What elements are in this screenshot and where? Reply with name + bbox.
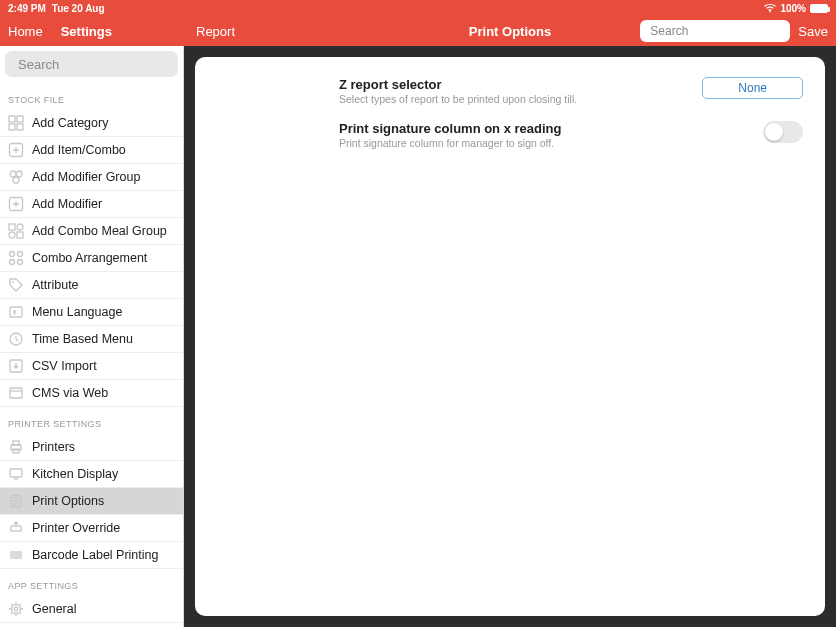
header-bar: Home Settings Report Print Options Save: [0, 16, 836, 46]
web-icon: [8, 385, 24, 401]
sidebar-item-print-options[interactable]: Print Options: [0, 488, 183, 515]
arrangement-icon: [8, 250, 24, 266]
sidebar-item-label: Barcode Label Printing: [32, 548, 158, 562]
header-search-input[interactable]: [650, 24, 800, 38]
setting-subtitle: Select types of report to be printed upo…: [339, 93, 633, 105]
sidebar-item-add-item-combo[interactable]: Add Item/Combo: [0, 137, 183, 164]
sidebar-item-label: Add Item/Combo: [32, 143, 126, 157]
clock-icon: [8, 331, 24, 347]
sidebar-item-label: Menu Language: [32, 305, 122, 319]
sidebar-item-label: CSV Import: [32, 359, 97, 373]
print-options-icon: [8, 493, 24, 509]
setting-row: Print signature column on x readingPrint…: [195, 115, 825, 159]
plus-box-icon: [8, 142, 24, 158]
battery-icon: [810, 4, 828, 13]
status-date: Tue 20 Aug: [52, 3, 105, 14]
sidebar: STOCK FILEAdd CategoryAdd Item/ComboAdd …: [0, 46, 184, 627]
barcode-icon: [8, 547, 24, 563]
combo-group-icon: [8, 223, 24, 239]
sidebar-item-label: Add Combo Meal Group: [32, 224, 167, 238]
sidebar-item-menu-language[interactable]: Menu Language: [0, 299, 183, 326]
sidebar-item-cms-via-web[interactable]: CMS via Web: [0, 380, 183, 407]
status-bar: 2:49 PM Tue 20 Aug 100%: [0, 0, 836, 16]
battery-percent: 100%: [780, 3, 806, 14]
gear-icon: [8, 601, 24, 617]
status-time: 2:49 PM: [8, 3, 46, 14]
modifier-group-icon: [8, 169, 24, 185]
sidebar-section-header: STOCK FILE: [0, 83, 183, 110]
sidebar-item-label: Kitchen Display: [32, 467, 118, 481]
settings-title: Settings: [61, 24, 112, 39]
sidebar-section-header: PRINTER SETTINGS: [0, 407, 183, 434]
sidebar-item-kitchen-display[interactable]: Kitchen Display: [0, 461, 183, 488]
tag-icon: [8, 277, 24, 293]
sidebar-item-label: Add Category: [32, 116, 108, 130]
sidebar-item-add-category[interactable]: Add Category: [0, 110, 183, 137]
signature-toggle[interactable]: [763, 121, 803, 143]
display-icon: [8, 466, 24, 482]
sidebar-item-label: Print Options: [32, 494, 104, 508]
page-title: Print Options: [469, 24, 551, 39]
sidebar-item-add-combo-meal-group[interactable]: Add Combo Meal Group: [0, 218, 183, 245]
sidebar-item-combo-arrangement[interactable]: Combo Arrangement: [0, 245, 183, 272]
save-button[interactable]: Save: [798, 24, 828, 39]
sidebar-item-label: CMS via Web: [32, 386, 108, 400]
sidebar-item-time-based-menu[interactable]: Time Based Menu: [0, 326, 183, 353]
setting-row: Z report selectorSelect types of report …: [195, 71, 825, 115]
sidebar-item-csv-import[interactable]: CSV Import: [0, 353, 183, 380]
sidebar-item-add-modifier[interactable]: Add Modifier: [0, 191, 183, 218]
header-search[interactable]: [640, 20, 790, 42]
sidebar-item-attribute[interactable]: Attribute: [0, 272, 183, 299]
sidebar-item-label: Add Modifier Group: [32, 170, 140, 184]
printer-icon: [8, 439, 24, 455]
main-area: Z report selectorSelect types of report …: [184, 46, 836, 627]
import-icon: [8, 358, 24, 374]
sidebar-search[interactable]: [5, 51, 178, 77]
sidebar-item-label: Add Modifier: [32, 197, 102, 211]
sidebar-item-printers[interactable]: Printers: [0, 434, 183, 461]
wifi-icon: [764, 3, 776, 13]
setting-title: Print signature column on x reading: [339, 121, 633, 136]
content-panel: Z report selectorSelect types of report …: [195, 57, 825, 616]
sidebar-item-barcode-label-printing[interactable]: Barcode Label Printing: [0, 542, 183, 569]
language-icon: [8, 304, 24, 320]
report-back-button[interactable]: Report: [192, 24, 235, 39]
home-button[interactable]: Home: [8, 24, 43, 39]
sidebar-search-input[interactable]: [18, 57, 184, 72]
override-icon: [8, 520, 24, 536]
sidebar-item-general[interactable]: General: [0, 596, 183, 623]
z-report-selector-button[interactable]: None: [702, 77, 803, 99]
sidebar-item-label: Printers: [32, 440, 75, 454]
sidebar-section-header: APP SETTINGS: [0, 569, 183, 596]
plus-box-icon: [8, 196, 24, 212]
category-icon: [8, 115, 24, 131]
sidebar-item-label: Time Based Menu: [32, 332, 133, 346]
sidebar-item-label: General: [32, 602, 76, 616]
sidebar-item-add-modifier-group[interactable]: Add Modifier Group: [0, 164, 183, 191]
setting-subtitle: Print signature column for manager to si…: [339, 137, 633, 149]
sidebar-item-label: Attribute: [32, 278, 79, 292]
setting-title: Z report selector: [339, 77, 633, 92]
sidebar-item-printer-override[interactable]: Printer Override: [0, 515, 183, 542]
sidebar-item-label: Combo Arrangement: [32, 251, 147, 265]
sidebar-item-label: Printer Override: [32, 521, 120, 535]
svg-point-0: [770, 11, 772, 13]
